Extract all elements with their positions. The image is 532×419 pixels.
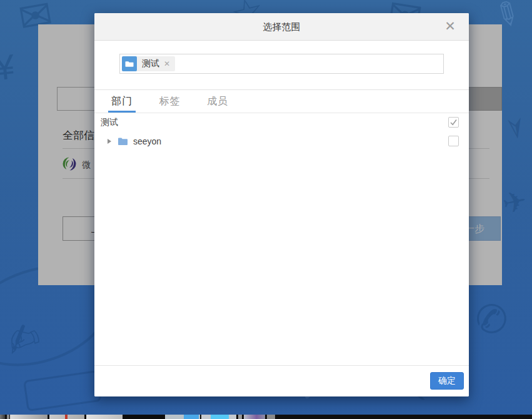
select-range-modal: 选择范围 ✕ 测试 ✕ 部门 标签 成员 测试 [94,13,469,396]
modal-header: 选择范围 ✕ [94,13,469,41]
taskbar-window-button[interactable] [238,415,242,419]
doodle-clock-icon: ✈ [500,185,529,218]
tag-label: 测试 [142,58,159,69]
tree-row-root[interactable]: 测试 [94,113,469,132]
taskbar-window-button[interactable] [10,415,48,419]
confirm-button[interactable]: 确定 [430,372,464,390]
folder-icon [118,137,128,146]
taskbar-window-button[interactable] [86,415,123,419]
taskbar-window-button[interactable] [267,415,275,419]
doodle-hand-icon: ✍ [1,315,46,363]
checkbox-unchecked[interactable] [448,136,459,146]
taskbar-cyan-thumbnail [211,415,229,419]
selected-tag: 测试 ✕ [122,56,175,71]
doodle-bubble-icon: ✆ [471,297,511,343]
doodle-arrow-icon: ➣ [499,113,532,143]
department-tree: 测试 seeyon [94,113,469,151]
tree-row-label: seeyon [133,136,161,146]
expand-arrow-icon[interactable] [108,139,111,144]
modal-title: 选择范围 [94,13,469,41]
folder-icon [122,56,137,71]
doodle-coin-icon: ¥ [0,49,16,86]
selected-scope-input[interactable]: 测试 ✕ [119,54,444,74]
taskbar-blue-thumbnail [184,415,199,419]
taskbar-red-dot [65,415,68,419]
tree-row-folder[interactable]: seeyon [94,132,469,151]
close-icon[interactable]: ✕ [441,13,459,41]
taskbar [0,415,532,419]
tab-bar: 部门 标签 成员 [94,89,469,113]
taskbar-window-button[interactable] [244,415,265,419]
tab-department[interactable]: 部门 [108,90,136,113]
tab-member[interactable]: 成员 [204,90,231,113]
taskbar-window-button[interactable] [0,415,5,419]
tab-label[interactable]: 标签 [156,90,183,113]
tree-row-label: 测试 [101,117,118,128]
checkbox-checked[interactable] [448,117,459,128]
screen: ✉ ☼ ☆ ✉ ✎ ¥ ➣ ✈ ☆ ✉ ✍ ✆ ♪ ✂ 全部信息 微 [0,0,532,419]
doodle-card-icon [23,370,102,411]
taskbar-window-button[interactable] [123,415,164,419]
taskbar-window-button[interactable] [7,415,9,419]
remove-tag-icon[interactable]: ✕ [164,59,170,68]
modal-footer: 确定 [94,365,469,396]
